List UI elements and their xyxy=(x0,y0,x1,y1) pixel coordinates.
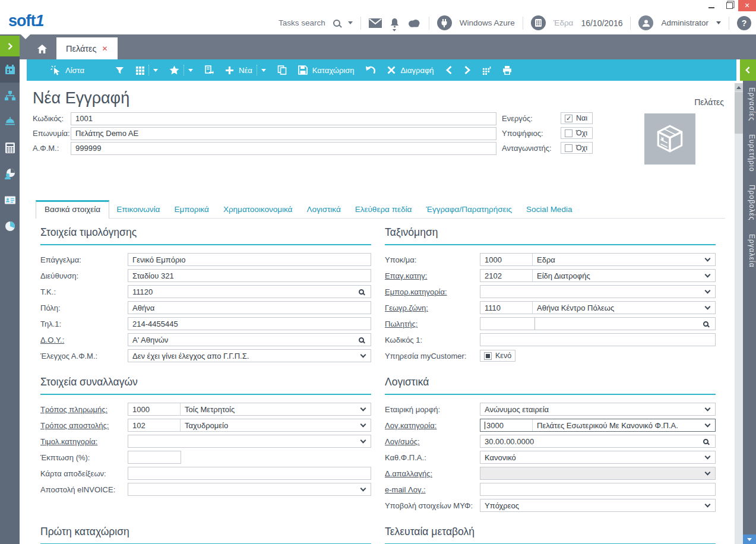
dropdown-icon[interactable] xyxy=(359,440,371,442)
text-field[interactable]: Γενικό Εμπόριο xyxy=(128,253,371,266)
code-search-field[interactable] xyxy=(480,317,716,330)
new-dropdown-icon[interactable] xyxy=(261,69,266,72)
sidebar-expand-button[interactable] xyxy=(0,36,20,56)
dropdown-icon[interactable] xyxy=(703,504,715,507)
text-field[interactable]: 1001 xyxy=(71,112,496,125)
checkbox-checked[interactable]: ✓Ναι xyxy=(561,112,593,124)
sidebar-item-pie-person[interactable] xyxy=(0,161,20,187)
checkbox-indeterminate[interactable]: Κενό xyxy=(480,350,515,362)
vertical-scrollbar[interactable] xyxy=(735,83,743,544)
field-label[interactable]: Πωλητής: xyxy=(385,320,480,328)
scroll-up-icon[interactable] xyxy=(735,83,743,91)
notifications-bell-icon[interactable] xyxy=(390,18,400,28)
select-field[interactable] xyxy=(480,467,716,480)
search-icon[interactable] xyxy=(333,20,340,27)
field-label[interactable]: Τρόπος πληρωμής: xyxy=(40,405,128,414)
tab-Social Media[interactable]: Social Media xyxy=(519,201,579,218)
search-icon[interactable] xyxy=(701,439,715,444)
home-icon[interactable] xyxy=(30,38,54,59)
branch-building-icon[interactable] xyxy=(531,15,546,30)
text-field[interactable]: Αθήνα xyxy=(128,301,371,314)
code-select-field[interactable]: 1110Αθήνα Κέντρο Πόλεως xyxy=(480,301,716,314)
favorites-dropdown-icon[interactable] xyxy=(188,69,193,72)
tab-Εμπορικά[interactable]: Εμπορικά xyxy=(167,201,216,218)
field-label[interactable]: Δ.απαλλαγής: xyxy=(385,469,480,478)
help-icon[interactable]: ? xyxy=(737,16,751,30)
scroll-down-icon[interactable] xyxy=(743,534,756,544)
field-label[interactable]: Γεωγρ.ζώνη: xyxy=(385,303,480,312)
field-label[interactable]: Τρόπος αποστολής: xyxy=(40,421,128,430)
code-select-field[interactable]: 1000Εδρα xyxy=(480,253,716,266)
select-field[interactable] xyxy=(128,483,371,496)
user-dropdown-icon[interactable] xyxy=(716,21,721,24)
export-button[interactable] xyxy=(204,65,214,75)
sidebar-item-calendar[interactable] xyxy=(0,56,20,83)
dropdown-icon[interactable] xyxy=(703,306,715,309)
sidebar-item-calculator[interactable] xyxy=(0,135,20,161)
field-label[interactable]: Λογ/σμός: xyxy=(385,437,480,446)
close-button[interactable] xyxy=(738,0,756,11)
dropdown-icon[interactable] xyxy=(359,424,371,426)
select-field[interactable]: Ανώνυμος εταιρεία xyxy=(480,403,716,416)
text-field[interactable] xyxy=(480,483,716,496)
save-button[interactable]: Καταχώριση xyxy=(298,65,355,75)
dropdown-icon[interactable] xyxy=(703,258,715,261)
text-field[interactable] xyxy=(480,333,716,346)
tab-pelates[interactable]: Πελάτες xyxy=(56,37,118,59)
dropdown-icon[interactable] xyxy=(703,408,715,410)
sidebar-item-sitemap[interactable] xyxy=(0,83,20,109)
code-select-field[interactable]: 2102Είδη Διατροφής xyxy=(480,269,716,282)
sidebar-item-idcard[interactable] xyxy=(0,187,20,213)
tab-Βασικά στοιχεία[interactable]: Βασικά στοιχεία xyxy=(36,200,109,219)
previous-record-button[interactable] xyxy=(445,65,453,75)
field-label[interactable]: Δ.Ο.Υ.: xyxy=(40,336,128,344)
select-field[interactable]: Κανονικό xyxy=(480,451,716,464)
sidebar-item-lamp[interactable] xyxy=(0,109,20,135)
checkbox-unchecked[interactable]: Όχι xyxy=(561,127,593,139)
favorites-button[interactable] xyxy=(169,65,179,75)
related-records-button[interactable] xyxy=(482,66,491,75)
field-label[interactable]: Λογ.κατηγορία: xyxy=(385,421,480,430)
minimize-button[interactable] xyxy=(703,0,720,11)
new-record-button[interactable]: Νέα xyxy=(225,66,252,75)
next-record-button[interactable] xyxy=(464,65,471,75)
tab-Χρηματοοικονομικά[interactable]: Χρηματοοικονομικά xyxy=(216,201,299,218)
grid-view-button[interactable] xyxy=(135,66,144,75)
copy-button[interactable] xyxy=(277,65,287,75)
select-field[interactable] xyxy=(480,285,716,298)
search-dropdown-icon[interactable] xyxy=(348,21,353,24)
grid-dropdown-icon[interactable] xyxy=(153,69,158,72)
dropdown-icon[interactable] xyxy=(703,274,715,277)
delete-button[interactable]: Διαγραφή xyxy=(387,66,434,75)
scrollbar-thumb[interactable] xyxy=(735,92,743,134)
print-button[interactable] xyxy=(502,65,512,75)
dropdown-icon[interactable] xyxy=(359,488,371,491)
field-label[interactable]: Επαγ.κατηγ: xyxy=(385,271,480,280)
dropdown-icon[interactable] xyxy=(359,355,371,357)
select-field[interactable]: Υπόχρεος xyxy=(480,499,716,512)
smalltext-field[interactable] xyxy=(128,451,181,464)
text-field[interactable]: 999999 xyxy=(71,142,496,155)
panel-collapse-button[interactable] xyxy=(740,59,756,81)
dropdown-icon[interactable] xyxy=(703,456,715,458)
tab-Λογιστικά[interactable]: Λογιστικά xyxy=(299,201,347,218)
panel-tab-Ευρετήριο[interactable]: Ευρετήριο xyxy=(743,128,756,178)
text-field[interactable]: Πελάτης Demo AE xyxy=(71,127,496,140)
mail-icon[interactable] xyxy=(369,18,382,28)
user-name[interactable]: Administrator xyxy=(661,18,708,27)
dropdown-icon[interactable] xyxy=(359,408,371,410)
dropdown-icon[interactable] xyxy=(703,472,715,475)
search-icon[interactable] xyxy=(701,321,715,327)
search-icon[interactable] xyxy=(356,337,371,343)
panel-tab-Προβολές[interactable]: Προβολές xyxy=(743,178,756,227)
undo-button[interactable] xyxy=(365,65,376,75)
azure-connection-icon[interactable] xyxy=(437,15,452,30)
tab-Ελεύθερα πεδία[interactable]: Ελεύθερα πεδία xyxy=(348,201,419,218)
select-field[interactable] xyxy=(128,435,371,448)
dropdown-icon[interactable] xyxy=(703,290,715,293)
restore-button[interactable] xyxy=(720,0,738,11)
record-image-placeholder[interactable] xyxy=(618,113,722,165)
code-select-field[interactable]: 1000Τοίς Μετρητοίς xyxy=(128,403,371,416)
field-label[interactable]: e-mail Λογ.: xyxy=(385,485,480,494)
cloud-icon[interactable] xyxy=(407,18,421,27)
